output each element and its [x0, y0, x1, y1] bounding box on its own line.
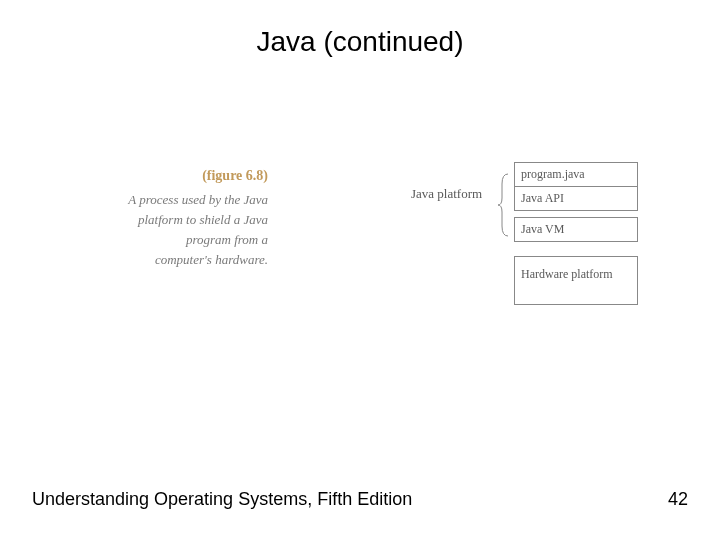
- slide-title: Java (continued): [0, 26, 720, 58]
- box-hardware-platform: Hardware platform: [514, 256, 638, 305]
- brace-icon: [497, 172, 509, 238]
- architecture-diagram: program.java Java API Java VM Hardware p…: [514, 162, 638, 305]
- box-java-api: Java API: [514, 186, 638, 211]
- footer: Understanding Operating Systems, Fifth E…: [32, 489, 688, 510]
- box-program: program.java: [514, 162, 638, 186]
- platform-label: Java platform: [411, 186, 482, 202]
- slide: Java (continued) (figure 6.8) A process …: [0, 0, 720, 540]
- box-java-vm: Java VM: [514, 217, 638, 242]
- figure-caption: (figure 6.8) A process used by the Java …: [128, 168, 268, 271]
- footer-page-number: 42: [668, 489, 688, 510]
- footer-book-title: Understanding Operating Systems, Fifth E…: [32, 489, 412, 510]
- figure-label: (figure 6.8): [128, 168, 268, 184]
- figure-description: A process used by the Java platform to s…: [128, 190, 268, 271]
